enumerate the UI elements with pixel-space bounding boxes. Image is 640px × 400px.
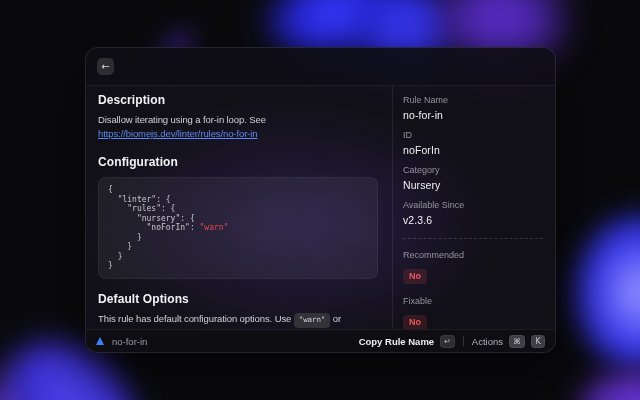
field-value: v2.3.6	[403, 214, 543, 226]
field-recommended: Recommended No	[403, 250, 543, 284]
field-label: ID	[403, 130, 543, 140]
field-rule-name: Rule Name no-for-in	[403, 95, 543, 121]
command-keycap-icon: ⌘	[509, 335, 525, 348]
back-button[interactable]: ←	[97, 58, 114, 75]
field-label: Category	[403, 165, 543, 175]
recommended-badge: No	[403, 269, 427, 284]
app-logo-triangle-icon	[96, 337, 104, 345]
rule-docs-link[interactable]: https://biomejs.dev/linter/rules/no-for-…	[98, 128, 257, 139]
enter-keycap-icon: ↵	[440, 335, 455, 348]
actions-button[interactable]: Actions ⌘ K	[472, 335, 545, 348]
field-value: no-for-in	[403, 109, 543, 121]
field-id: ID noForIn	[403, 130, 543, 156]
footer-separator	[463, 336, 464, 346]
actions-label: Actions	[472, 336, 503, 347]
description-text-before-link: Disallow iterating using a for-in loop. …	[98, 114, 266, 125]
window-header: ←	[86, 48, 555, 86]
description-heading: Description	[98, 93, 378, 107]
field-category: Category Nursery	[403, 165, 543, 191]
sidebar-divider	[403, 238, 543, 239]
field-available-since: Available Since v2.3.6	[403, 200, 543, 226]
description-text: Disallow iterating using a for-in loop. …	[98, 113, 378, 141]
copy-rule-name-button[interactable]: Copy Rule Name ↵	[359, 335, 455, 348]
default-options-part2: or	[330, 313, 341, 324]
background-blob	[555, 355, 640, 400]
main-content: Description Disallow iterating using a f…	[86, 86, 392, 329]
default-options-part1: This rule has default configuration opti…	[98, 313, 294, 324]
k-keycap-icon: K	[531, 335, 545, 348]
configuration-heading: Configuration	[98, 155, 378, 169]
field-fixable: Fixable No	[403, 296, 543, 329]
field-label: Available Since	[403, 200, 543, 210]
rule-meta-sidebar: Rule Name no-for-in ID noForIn Category …	[392, 86, 555, 329]
default-options-heading: Default Options	[98, 292, 378, 306]
field-label: Rule Name	[403, 95, 543, 105]
fixable-badge: No	[403, 315, 427, 329]
field-label: Recommended	[403, 250, 543, 260]
warn-code-chip: "warn"	[294, 313, 331, 328]
footer-bar: no-for-in Copy Rule Name ↵ Actions ⌘ K	[86, 329, 555, 352]
background-blob	[0, 345, 75, 400]
background-blob	[548, 185, 640, 400]
field-label: Fixable	[403, 296, 543, 306]
rule-detail-window: ← Description Disallow iterating using a…	[85, 47, 556, 353]
code-block: { "linter": { "rules": { "nursery": { "n…	[98, 177, 378, 279]
copy-rule-name-label: Copy Rule Name	[359, 336, 435, 347]
default-options-text: This rule has default configuration opti…	[98, 312, 378, 330]
footer-rule-name: no-for-in	[112, 336, 147, 347]
field-value: Nursery	[403, 179, 543, 191]
field-value: noForIn	[403, 144, 543, 156]
back-arrow-icon: ←	[101, 62, 109, 72]
